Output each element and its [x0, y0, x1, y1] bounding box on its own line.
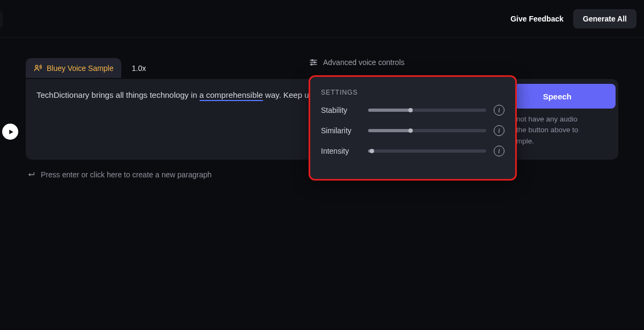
right-panel-info: not have any audio the button above to m…: [516, 114, 615, 147]
voice-sample-label: Bluey Voice Sample: [47, 64, 114, 73]
intensity-slider[interactable]: [368, 149, 486, 153]
settings-title: SETTINGS: [321, 89, 504, 96]
settings-popover: SETTINGS Stability i Similarity i Intens…: [309, 75, 517, 181]
setting-row-intensity: Intensity i: [321, 146, 504, 156]
generate-all-button[interactable]: Generate All: [573, 9, 636, 28]
new-paragraph-label: Press enter or click here to create a ne…: [41, 170, 211, 179]
editor-text-underlined: a comprehensible: [200, 90, 263, 101]
advanced-voice-controls-label: Advanced voice controls: [323, 58, 405, 67]
enter-key-icon: [27, 170, 35, 179]
setting-label-similarity: Similarity: [321, 126, 361, 135]
advanced-voice-controls-button[interactable]: Advanced voice controls: [309, 58, 405, 67]
editor-text-pre: TechDictionary brings all things technol…: [36, 90, 200, 99]
svg-point-2: [312, 60, 313, 61]
topbar: Give Feedback Generate All: [0, 0, 644, 38]
setting-row-similarity: Similarity i: [321, 125, 504, 136]
setting-label-stability: Stability: [321, 106, 361, 114]
sliders-icon: [309, 58, 318, 67]
similarity-info-icon[interactable]: i: [494, 125, 504, 136]
play-button[interactable]: [2, 124, 18, 140]
svg-point-6: [311, 64, 312, 66]
give-feedback-link[interactable]: Give Feedback: [510, 15, 564, 23]
generate-speech-label: Speech: [543, 92, 572, 101]
setting-label-intensity: Intensity: [321, 147, 361, 155]
stability-slider[interactable]: [368, 109, 486, 112]
intensity-info-icon[interactable]: i: [494, 146, 504, 156]
similarity-slider[interactable]: [368, 129, 486, 132]
generate-speech-button[interactable]: Speech: [514, 84, 616, 109]
svg-point-0: [35, 65, 38, 68]
stability-info-icon[interactable]: i: [494, 105, 504, 116]
playback-speed[interactable]: 1.0x: [132, 64, 146, 73]
voice-icon: [33, 63, 42, 73]
setting-row-stability: Stability i: [321, 105, 504, 116]
window-edge: [0, 11, 3, 28]
voice-sample-tab[interactable]: Bluey Voice Sample: [26, 58, 121, 78]
svg-point-4: [314, 62, 316, 63]
